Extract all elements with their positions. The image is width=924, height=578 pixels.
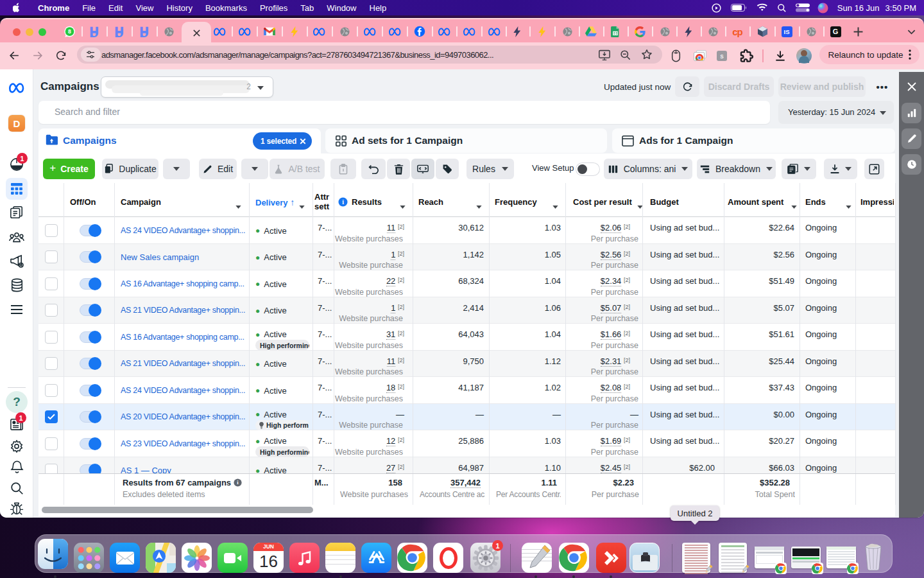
svg-text:i: i <box>342 198 344 206</box>
svg-text:8: 8 <box>68 28 71 35</box>
